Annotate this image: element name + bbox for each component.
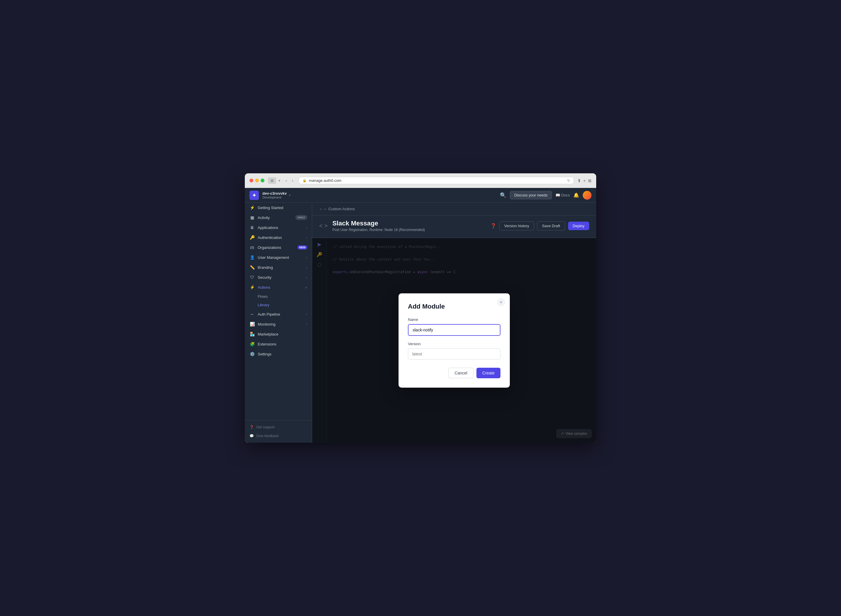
get-support-link[interactable]: ❓ Get support bbox=[245, 423, 312, 431]
version-history-button[interactable]: Version history bbox=[499, 221, 534, 230]
browser-actions: ⬆ + ⊞ bbox=[577, 178, 591, 183]
sidebar-label: Organizations bbox=[258, 245, 295, 250]
sidebar-item-auth-pipeline[interactable]: ↔ Auth Pipeline › bbox=[245, 309, 312, 319]
chevron-icon: › bbox=[306, 236, 307, 239]
name-input[interactable] bbox=[408, 324, 500, 336]
search-icon[interactable]: 🔍 bbox=[500, 192, 506, 198]
sidebar-label: User Management bbox=[258, 255, 303, 260]
org-icon: 🗃 bbox=[250, 245, 255, 250]
sidebar-item-applications[interactable]: 🖥 Applications › bbox=[245, 223, 312, 232]
editor-area: ▶ 🔑 ⬡ // called during the execution of … bbox=[312, 238, 596, 443]
deploy-button[interactable]: Deploy bbox=[568, 221, 589, 230]
app-logo: ✦ bbox=[250, 191, 259, 200]
sidebar-item-security[interactable]: 🛡 Security › bbox=[245, 272, 312, 282]
main-content: ← ← Custom Actions < > Slack Message Pos… bbox=[312, 202, 596, 443]
new-tab-icon[interactable]: + bbox=[583, 178, 586, 183]
content-header: ← ← Custom Actions bbox=[312, 202, 596, 216]
forward-button[interactable]: › bbox=[290, 177, 295, 184]
sidebar-item-actions[interactable]: ⚡ Actions ∨ bbox=[245, 282, 312, 292]
browser-window: ⊞ ▾ ‹ › 🔒 manage.auth0.com ↻ ⬆ + ⊞ ✦ dev… bbox=[245, 173, 596, 443]
modal-actions: Cancel Create bbox=[408, 368, 500, 378]
code-brackets-icon: < > bbox=[319, 223, 328, 229]
name-label: Name bbox=[408, 317, 500, 322]
title-section: < > Slack Message Post User Registration… bbox=[319, 220, 425, 232]
first-badge: FIRST bbox=[295, 215, 307, 220]
share-icon[interactable]: ⬆ bbox=[577, 178, 581, 183]
support-icon: ❓ bbox=[250, 425, 254, 429]
marketplace-icon: 🏪 bbox=[250, 332, 255, 336]
sidebar-label: Marketplace bbox=[258, 332, 307, 336]
sidebar: ⚡ Getting Started ▦ Activity FIRST 🖥 App… bbox=[245, 202, 312, 443]
back-button[interactable]: ‹ bbox=[284, 177, 289, 184]
save-draft-button[interactable]: Save Draft bbox=[537, 221, 565, 230]
page-title: Slack Message bbox=[332, 220, 425, 227]
user-avatar[interactable] bbox=[583, 191, 591, 199]
sidebar-label: Applications bbox=[258, 226, 303, 230]
user-icon: 👤 bbox=[250, 255, 255, 260]
tab-button[interactable]: ⊞ bbox=[268, 177, 276, 184]
sidebar-item-monitoring[interactable]: 📊 Monitoring › bbox=[245, 319, 312, 329]
pipeline-icon: ↔ bbox=[250, 312, 255, 317]
dot-red[interactable] bbox=[250, 179, 253, 182]
sidebar-label: Security bbox=[258, 275, 303, 280]
title-text: Slack Message Post User Registration, Ru… bbox=[332, 220, 425, 232]
modal-close-button[interactable]: × bbox=[497, 298, 505, 306]
lock-icon: 🔒 bbox=[302, 179, 307, 182]
sidebar-item-organizations[interactable]: 🗃 Organizations NEW bbox=[245, 242, 312, 252]
reload-icon[interactable]: ↻ bbox=[567, 179, 570, 183]
new-badge: NEW bbox=[298, 245, 307, 249]
notifications-icon[interactable]: 🔔 bbox=[573, 192, 579, 198]
actions-icon: ⚡ bbox=[250, 285, 255, 290]
page-subtitle: Post User Registration, Runtime: Node 16… bbox=[332, 228, 425, 232]
sidebar-label: Monitoring bbox=[258, 322, 303, 326]
modal-overlay[interactable]: Add Module × Name Version Cancel Create bbox=[312, 238, 596, 443]
breadcrumb[interactable]: ← ← Custom Actions bbox=[319, 207, 355, 211]
lightning-icon: ⚡ bbox=[250, 205, 255, 210]
tenant-chevron[interactable]: ▾ bbox=[289, 194, 291, 197]
add-module-modal: Add Module × Name Version Cancel Create bbox=[399, 293, 510, 388]
sidebar-label: Getting Started bbox=[258, 205, 307, 210]
help-icon[interactable]: ❓ bbox=[490, 223, 496, 229]
give-feedback-link[interactable]: 💬 Give feedback bbox=[245, 431, 312, 440]
discuss-button[interactable]: Discuss your needs bbox=[510, 191, 552, 199]
browser-nav: ‹ › bbox=[284, 177, 295, 184]
tenant-env: Development bbox=[263, 195, 287, 199]
address-bar[interactable]: 🔒 manage.auth0.com ↻ bbox=[299, 177, 574, 184]
chevron-icon: › bbox=[306, 276, 307, 279]
key-icon: 🔑 bbox=[250, 235, 255, 240]
feedback-icon: 💬 bbox=[250, 434, 254, 438]
applications-icon: 🖥 bbox=[250, 225, 255, 230]
sidebar-label: Authentication bbox=[258, 235, 303, 240]
docs-link[interactable]: 📖 Docs bbox=[555, 193, 570, 197]
version-input[interactable] bbox=[408, 348, 500, 359]
sidebar-item-marketplace[interactable]: 🏪 Marketplace bbox=[245, 329, 312, 339]
sidebar-label: Actions bbox=[258, 285, 302, 290]
sidebar-item-branding[interactable]: ✏️ Branding › bbox=[245, 263, 312, 272]
chevron-icon: › bbox=[306, 313, 307, 316]
cancel-button[interactable]: Cancel bbox=[448, 368, 474, 378]
grid-icon[interactable]: ⊞ bbox=[588, 178, 591, 183]
sidebar-item-extensions[interactable]: 🧩 Extensions bbox=[245, 339, 312, 349]
chevron-icon: › bbox=[306, 323, 307, 326]
sidebar-item-authentication[interactable]: 🔑 Authentication › bbox=[245, 232, 312, 242]
content-title-bar: < > Slack Message Post User Registration… bbox=[312, 216, 596, 238]
sidebar-label: Extensions bbox=[258, 342, 307, 346]
sidebar-item-user-management[interactable]: 👤 User Management › bbox=[245, 252, 312, 263]
sidebar-subitem-library[interactable]: Library bbox=[245, 301, 312, 309]
url-text: manage.auth0.com bbox=[309, 178, 342, 183]
sidebar-item-activity[interactable]: ▦ Activity FIRST bbox=[245, 213, 312, 223]
tenant-name: dev-c3rovvkv bbox=[263, 191, 287, 195]
dot-green[interactable] bbox=[261, 179, 264, 182]
chevron-icon: › bbox=[306, 266, 307, 269]
monitoring-icon: 📊 bbox=[250, 322, 255, 326]
sidebar-subitem-flows[interactable]: Flows bbox=[245, 292, 312, 301]
extensions-icon: 🧩 bbox=[250, 342, 255, 346]
create-button[interactable]: Create bbox=[476, 368, 500, 378]
sidebar-label: Activity bbox=[258, 216, 292, 220]
sidebar-bottom: ❓ Get support 💬 Give feedback bbox=[245, 420, 312, 443]
sidebar-item-getting-started[interactable]: ⚡ Getting Started bbox=[245, 202, 312, 213]
sidebar-label: Settings bbox=[258, 352, 307, 356]
browser-controls: ⊞ ▾ bbox=[268, 177, 280, 184]
sidebar-item-settings[interactable]: ⚙️ Settings bbox=[245, 349, 312, 359]
dot-yellow[interactable] bbox=[255, 179, 259, 182]
